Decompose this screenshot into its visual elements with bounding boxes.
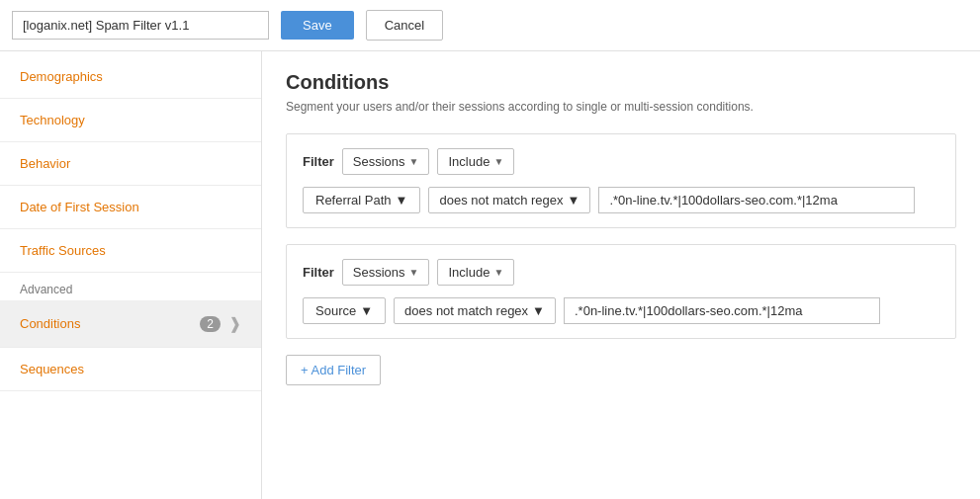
match-chevron-icon-2: ▼ [532, 303, 545, 318]
filter-top-row-2: Filter Sessions ▼ Include ▼ [303, 259, 939, 286]
condition-dropdown-1[interactable]: Referral Path ▼ [303, 187, 420, 213]
include-dropdown-2[interactable]: Include ▼ [437, 259, 514, 286]
match-chevron-icon-1: ▼ [568, 193, 580, 208]
condition-dropdown-2[interactable]: Source ▼ [303, 297, 386, 324]
header-bar: Save Cancel [0, 0, 980, 51]
filter-block-2: Filter Sessions ▼ Include ▼ Source ▼ doe… [286, 244, 956, 339]
match-dropdown-2[interactable]: does not match regex ▼ [394, 297, 556, 324]
add-filter-button[interactable]: + Add Filter [286, 355, 381, 385]
sidebar-item-date-of-first-session[interactable]: Date of First Session [0, 186, 261, 229]
regex-value-input-1[interactable] [598, 187, 915, 213]
sidebar-item-behavior[interactable]: Behavior [0, 142, 261, 186]
regex-value-input-2[interactable] [564, 297, 880, 324]
sidebar-item-sequences[interactable]: Sequences [0, 348, 261, 391]
sessions-label-2: Sessions [353, 265, 405, 280]
sessions-chevron-icon-1: ▼ [409, 156, 419, 167]
filter-label-1: Filter [303, 154, 334, 169]
conditions-label: Conditions [20, 316, 80, 331]
include-label-1: Include [448, 154, 490, 169]
sidebar-arrow-icon: ❱ [228, 314, 241, 333]
include-label-2: Include [448, 265, 490, 280]
save-button[interactable]: Save [281, 11, 354, 40]
sidebar-item-demographics[interactable]: Demographics [0, 55, 261, 99]
filter-name-input[interactable] [12, 11, 269, 40]
sidebar-item-traffic-sources[interactable]: Traffic Sources [0, 229, 261, 273]
include-chevron-icon-1: ▼ [493, 156, 503, 167]
match-label-1: does not match regex [439, 193, 563, 208]
page-subtitle: Segment your users and/or their sessions… [286, 100, 956, 114]
sessions-dropdown-2[interactable]: Sessions ▼ [342, 259, 430, 286]
content-area: Conditions Segment your users and/or the… [262, 51, 980, 499]
condition-label-1: Referral Path [315, 193, 392, 208]
filter-label-2: Filter [303, 265, 334, 280]
page-title: Conditions [286, 71, 956, 94]
condition-label-2: Source [315, 303, 356, 318]
advanced-section-label: Advanced [0, 273, 261, 300]
sidebar: Demographics Technology Behavior Date of… [0, 51, 262, 499]
sessions-label-1: Sessions [353, 154, 405, 169]
match-dropdown-1[interactable]: does not match regex ▼ [428, 187, 590, 213]
conditions-badge: 2 [200, 316, 221, 332]
include-chevron-icon-2: ▼ [493, 267, 503, 278]
sessions-dropdown-1[interactable]: Sessions ▼ [342, 148, 430, 175]
include-dropdown-1[interactable]: Include ▼ [437, 148, 514, 175]
main-layout: Demographics Technology Behavior Date of… [0, 51, 980, 499]
sidebar-item-technology[interactable]: Technology [0, 99, 261, 142]
filter-top-row-1: Filter Sessions ▼ Include ▼ [303, 148, 939, 175]
sessions-chevron-icon-2: ▼ [409, 267, 419, 278]
filter-bottom-row-2: Source ▼ does not match regex ▼ [303, 297, 939, 324]
match-label-2: does not match regex [404, 303, 528, 318]
filter-block-1: Filter Sessions ▼ Include ▼ Referral Pat… [286, 133, 956, 228]
filter-bottom-row-1: Referral Path ▼ does not match regex ▼ [303, 187, 939, 213]
cancel-button[interactable]: Cancel [366, 10, 443, 41]
sidebar-item-conditions[interactable]: Conditions 2 ❱ [0, 300, 261, 348]
condition-chevron-icon-2: ▼ [360, 303, 373, 318]
condition-chevron-icon-1: ▼ [396, 193, 408, 208]
